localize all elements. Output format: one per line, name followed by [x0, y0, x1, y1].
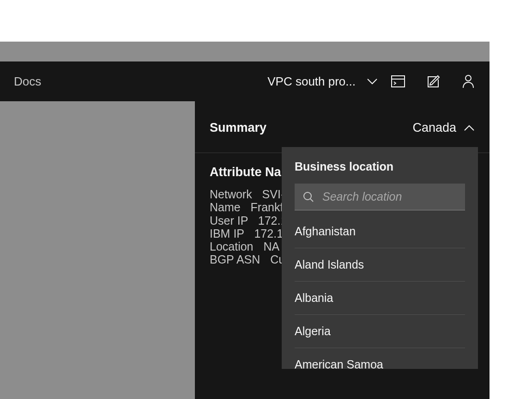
svg-point-2 — [466, 75, 471, 81]
location-option[interactable]: Algeria — [295, 315, 465, 348]
svg-point-3 — [304, 192, 311, 200]
location-option-list: Afghanistan Aland Islands Albania Algeri… — [295, 215, 465, 369]
location-search-box[interactable] — [295, 184, 465, 210]
dropdown-title: Business location — [295, 160, 465, 173]
location-option[interactable]: Albania — [295, 282, 465, 315]
chevron-down-icon — [367, 78, 378, 85]
location-search-input[interactable] — [322, 190, 469, 203]
location-option[interactable]: Afghanistan — [295, 215, 465, 248]
top-header-bar: Docs VPC south pro... — [0, 61, 490, 101]
business-location-dropdown: Business location Afghanistan Aland Isla… — [282, 147, 478, 369]
svg-line-4 — [310, 199, 313, 202]
location-option[interactable]: American Samoa — [295, 348, 465, 369]
selected-location-label: Canada — [412, 121, 456, 135]
user-icon[interactable] — [461, 74, 476, 89]
location-dropdown-trigger[interactable]: Canada — [412, 121, 475, 135]
svg-rect-0 — [392, 76, 405, 87]
edit-icon[interactable] — [426, 74, 441, 89]
left-gray-block — [0, 101, 195, 222]
terminal-icon[interactable] — [391, 74, 405, 89]
docs-link[interactable]: Docs — [14, 74, 41, 89]
search-icon — [303, 191, 314, 203]
chevron-up-icon — [464, 125, 475, 131]
location-option[interactable]: Aland Islands — [295, 248, 465, 282]
project-selector[interactable]: VPC south pro... — [267, 74, 378, 89]
summary-header-row: Summary Canada — [195, 101, 490, 153]
project-name-label: VPC south pro... — [267, 74, 356, 89]
summary-title: Summary — [210, 121, 266, 135]
